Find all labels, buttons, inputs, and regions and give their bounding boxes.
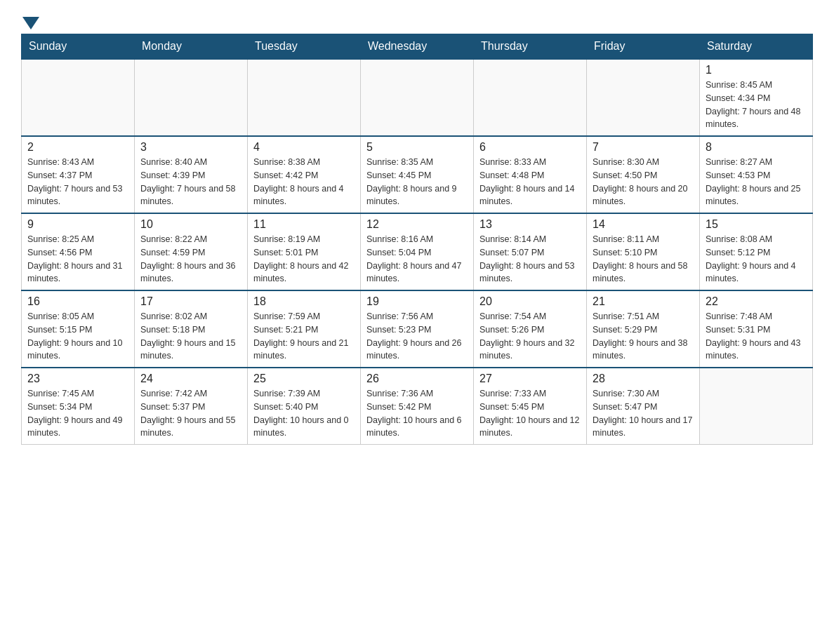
day-number: 22 [706,295,807,308]
calendar-cell: 20Sunrise: 7:54 AMSunset: 5:26 PMDayligh… [474,290,587,368]
logo-arrow-icon [22,17,39,29]
calendar-week-4: 16Sunrise: 8:05 AMSunset: 5:15 PMDayligh… [22,290,813,368]
day-number: 18 [253,295,355,308]
day-number: 16 [27,295,128,308]
calendar-cell: 27Sunrise: 7:33 AMSunset: 5:45 PMDayligh… [474,368,587,445]
day-number: 12 [366,218,468,231]
calendar-header-sunday: Sunday [22,34,135,60]
calendar-cell: 13Sunrise: 8:14 AMSunset: 5:07 PMDayligh… [474,213,587,290]
calendar-cell: 4Sunrise: 8:38 AMSunset: 4:42 PMDaylight… [248,136,361,213]
calendar-cell: 14Sunrise: 8:11 AMSunset: 5:10 PMDayligh… [587,213,700,290]
day-info: Sunrise: 7:45 AMSunset: 5:34 PMDaylight:… [27,387,128,440]
day-number: 2 [27,141,128,154]
calendar-cell: 19Sunrise: 7:56 AMSunset: 5:23 PMDayligh… [361,290,474,368]
day-info: Sunrise: 8:33 AMSunset: 4:48 PMDaylight:… [479,156,581,208]
calendar-cell: 8Sunrise: 8:27 AMSunset: 4:53 PMDaylight… [700,136,813,213]
calendar-cell: 3Sunrise: 8:40 AMSunset: 4:39 PMDaylight… [135,136,248,213]
calendar-cell: 22Sunrise: 7:48 AMSunset: 5:31 PMDayligh… [700,290,813,368]
day-info: Sunrise: 8:16 AMSunset: 5:04 PMDaylight:… [366,233,468,286]
calendar-cell: 7Sunrise: 8:30 AMSunset: 4:50 PMDaylight… [587,136,700,213]
calendar-header-friday: Friday [587,34,700,60]
calendar-cell: 1Sunrise: 8:45 AMSunset: 4:34 PMDaylight… [700,59,813,136]
calendar-week-1: 1Sunrise: 8:45 AMSunset: 4:34 PMDaylight… [22,59,813,136]
day-number: 1 [706,64,807,76]
day-info: Sunrise: 7:33 AMSunset: 5:45 PMDaylight:… [479,387,581,440]
calendar-cell [248,59,361,136]
calendar-cell: 6Sunrise: 8:33 AMSunset: 4:48 PMDaylight… [474,136,587,213]
day-number: 6 [479,141,581,154]
calendar-header-row: SundayMondayTuesdayWednesdayThursdayFrid… [22,34,813,60]
calendar-header-thursday: Thursday [474,34,587,60]
calendar-cell: 25Sunrise: 7:39 AMSunset: 5:40 PMDayligh… [248,368,361,445]
day-info: Sunrise: 8:35 AMSunset: 4:45 PMDaylight:… [366,156,468,208]
calendar-cell: 5Sunrise: 8:35 AMSunset: 4:45 PMDaylight… [361,136,474,213]
day-number: 20 [479,295,581,308]
day-number: 19 [366,295,468,308]
day-info: Sunrise: 8:14 AMSunset: 5:07 PMDaylight:… [479,233,581,286]
day-info: Sunrise: 8:25 AMSunset: 4:56 PMDaylight:… [27,233,128,286]
calendar-cell: 18Sunrise: 7:59 AMSunset: 5:21 PMDayligh… [248,290,361,368]
calendar-cell [22,59,135,136]
day-info: Sunrise: 8:38 AMSunset: 4:42 PMDaylight:… [253,156,355,208]
day-info: Sunrise: 8:27 AMSunset: 4:53 PMDaylight:… [706,156,807,208]
day-number: 21 [593,295,694,308]
calendar-cell: 16Sunrise: 8:05 AMSunset: 5:15 PMDayligh… [22,290,135,368]
day-info: Sunrise: 8:08 AMSunset: 5:12 PMDaylight:… [706,233,807,286]
calendar-cell: 17Sunrise: 8:02 AMSunset: 5:18 PMDayligh… [135,290,248,368]
calendar-cell [361,59,474,136]
calendar-cell: 26Sunrise: 7:36 AMSunset: 5:42 PMDayligh… [361,368,474,445]
page-header [21,14,813,27]
day-info: Sunrise: 8:30 AMSunset: 4:50 PMDaylight:… [593,156,694,208]
calendar-week-2: 2Sunrise: 8:43 AMSunset: 4:37 PMDaylight… [22,136,813,213]
day-info: Sunrise: 7:42 AMSunset: 5:37 PMDaylight:… [140,387,241,440]
day-number: 25 [253,373,355,385]
calendar-cell: 11Sunrise: 8:19 AMSunset: 5:01 PMDayligh… [248,213,361,290]
day-number: 7 [593,141,694,154]
day-info: Sunrise: 7:36 AMSunset: 5:42 PMDaylight:… [366,387,468,440]
day-info: Sunrise: 8:45 AMSunset: 4:34 PMDaylight:… [706,79,807,131]
calendar-header-tuesday: Tuesday [248,34,361,60]
calendar-header-monday: Monday [135,34,248,60]
day-info: Sunrise: 8:43 AMSunset: 4:37 PMDaylight:… [27,156,128,208]
calendar-cell: 23Sunrise: 7:45 AMSunset: 5:34 PMDayligh… [22,368,135,445]
day-number: 24 [140,373,241,385]
calendar-header-saturday: Saturday [700,34,813,60]
calendar-cell [587,59,700,136]
calendar-body: 1Sunrise: 8:45 AMSunset: 4:34 PMDaylight… [22,59,813,445]
day-number: 15 [706,218,807,231]
day-info: Sunrise: 8:11 AMSunset: 5:10 PMDaylight:… [593,233,694,286]
day-info: Sunrise: 8:19 AMSunset: 5:01 PMDaylight:… [253,233,355,286]
day-number: 23 [27,373,128,385]
day-info: Sunrise: 8:05 AMSunset: 5:15 PMDaylight:… [27,310,128,363]
day-number: 17 [140,295,241,308]
day-info: Sunrise: 7:48 AMSunset: 5:31 PMDaylight:… [706,310,807,363]
day-info: Sunrise: 8:40 AMSunset: 4:39 PMDaylight:… [140,156,241,208]
day-number: 9 [27,218,128,231]
calendar-header-wednesday: Wednesday [361,34,474,60]
day-number: 11 [253,218,355,231]
calendar-cell [474,59,587,136]
day-number: 3 [140,141,241,154]
calendar-cell: 2Sunrise: 8:43 AMSunset: 4:37 PMDaylight… [22,136,135,213]
day-number: 27 [479,373,581,385]
calendar-cell: 15Sunrise: 8:08 AMSunset: 5:12 PMDayligh… [700,213,813,290]
calendar-cell: 28Sunrise: 7:30 AMSunset: 5:47 PMDayligh… [587,368,700,445]
day-info: Sunrise: 7:54 AMSunset: 5:26 PMDaylight:… [479,310,581,363]
day-number: 26 [366,373,468,385]
day-number: 8 [706,141,807,154]
day-info: Sunrise: 8:22 AMSunset: 4:59 PMDaylight:… [140,233,241,286]
day-number: 4 [253,141,355,154]
day-number: 13 [479,218,581,231]
calendar-week-3: 9Sunrise: 8:25 AMSunset: 4:56 PMDaylight… [22,213,813,290]
day-number: 10 [140,218,241,231]
calendar-cell [700,368,813,445]
day-number: 28 [593,373,694,385]
calendar-week-5: 23Sunrise: 7:45 AMSunset: 5:34 PMDayligh… [22,368,813,445]
calendar-table: SundayMondayTuesdayWednesdayThursdayFrid… [21,34,813,445]
calendar-cell: 10Sunrise: 8:22 AMSunset: 4:59 PMDayligh… [135,213,248,290]
day-info: Sunrise: 7:56 AMSunset: 5:23 PMDaylight:… [366,310,468,363]
day-info: Sunrise: 7:51 AMSunset: 5:29 PMDaylight:… [593,310,694,363]
calendar-cell: 21Sunrise: 7:51 AMSunset: 5:29 PMDayligh… [587,290,700,368]
day-number: 5 [366,141,468,154]
day-info: Sunrise: 7:39 AMSunset: 5:40 PMDaylight:… [253,387,355,440]
